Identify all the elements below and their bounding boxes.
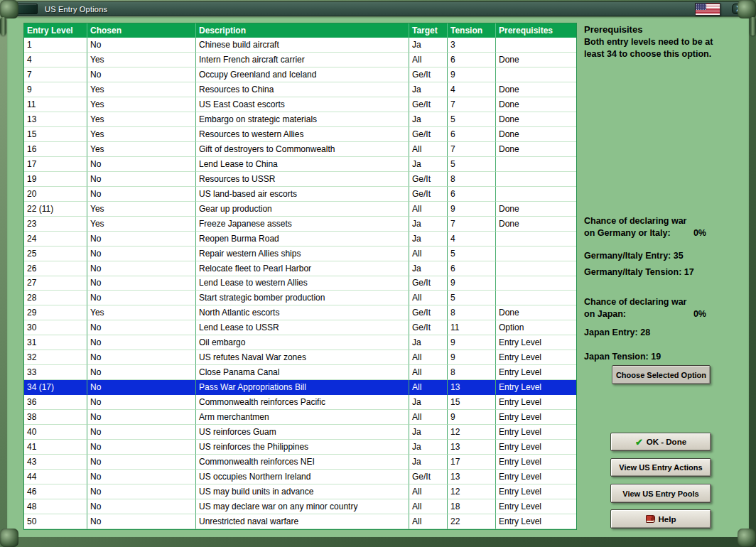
table-cell: 11 (448, 320, 496, 335)
table-row[interactable]: 40NoUS reinforces GuamJa12Entry Level (24, 425, 576, 440)
table-cell: Ja (409, 335, 448, 350)
table-cell: 17 (448, 455, 496, 470)
table-cell: Ja (409, 425, 448, 440)
choose-selected-option-label: Choose Selected Option (616, 371, 706, 379)
table-cell: 6 (448, 127, 496, 142)
table-cell: No (87, 410, 196, 425)
table-cell: US East Coast escorts (196, 97, 409, 112)
table-row[interactable]: 41NoUS reinforces the PhilippinesJa13Ent… (24, 440, 576, 455)
table-cell: All (409, 350, 448, 365)
table-row[interactable]: 16YesGift of destroyers to CommonwealthA… (24, 142, 576, 157)
table-cell: 8 (448, 305, 496, 320)
table-row[interactable]: 44NoUS occupies Northern IrelandGe/It13E… (24, 470, 576, 484)
frame-corner-top-right (738, 0, 756, 18)
table-row[interactable]: 30NoLend Lease to USSRGe/It11Option (24, 320, 576, 335)
table-cell: 23 (24, 217, 87, 232)
japan-chance-value: 0% (693, 308, 706, 320)
window-title: US Entry Options (45, 5, 107, 13)
table-cell: No (87, 335, 196, 350)
table-row[interactable]: 33NoClose Panama CanalAll8Entry Level (24, 365, 576, 380)
table-cell: 13 (24, 112, 87, 127)
table-cell: Relocate fleet to Pearl Harbor (196, 261, 409, 276)
table-row[interactable]: 9YesResources to ChinaJa4Done (24, 82, 576, 97)
table-cell: 6 (448, 261, 496, 276)
table-cell: Resources to western Allies (196, 127, 409, 142)
table-row[interactable]: 43NoCommonwealth reinforces NEIJa17Entry… (24, 455, 576, 470)
table-cell: Intern French aircraft carrier (196, 53, 409, 67)
table-cell (496, 291, 576, 305)
table-row[interactable]: 48NoUS may declare war on any minor coun… (24, 499, 576, 514)
table-cell: Ge/It (409, 305, 448, 320)
view-us-entry-pools-button[interactable]: View US Entry Pools (610, 484, 711, 503)
table-row[interactable]: 29YesNorth Atlantic escortsGe/It8Done (24, 305, 576, 320)
table-row[interactable]: 13YesEmbargo on strategic materialsJa5Do… (24, 112, 576, 127)
table-cell: Entry Level (496, 410, 576, 425)
table-cell: 6 (448, 53, 496, 67)
table-cell: 34 (17) (24, 380, 87, 395)
table-row[interactable]: 38NoArm merchantmenAll9Entry Level (24, 410, 576, 425)
table-row[interactable]: 15YesResources to western AlliesGe/It6Do… (24, 127, 576, 142)
help-button[interactable]: Help (610, 509, 711, 529)
table-row[interactable]: 34 (17)NoPass War Appropriations BillAll… (24, 380, 576, 395)
table-cell: No (87, 395, 196, 410)
table-cell: Yes (87, 97, 196, 112)
table-row[interactable]: 19NoResources to USSRGe/It8 (24, 172, 576, 187)
table-cell: Entry Level (496, 470, 576, 484)
table-cell: Ja (409, 455, 448, 470)
table-row[interactable]: 25NoRepair western Allies shipsAll5 (24, 247, 576, 261)
table-row[interactable]: 1NoChinese build aircraftJa3 (24, 38, 576, 53)
view-us-entry-actions-button[interactable]: View US Entry Actions (610, 458, 711, 477)
table-cell: Done (496, 97, 576, 112)
table-row[interactable]: 26NoRelocate fleet to Pearl HarborJa6 (24, 261, 576, 276)
table-row[interactable]: 4YesIntern French aircraft carrierAll6Do… (24, 53, 576, 67)
table-row[interactable]: 32NoUS refutes Naval War zonesAll9Entry … (24, 350, 576, 365)
table-cell: Chinese build aircraft (196, 38, 409, 53)
table-row[interactable]: 7NoOccupy Greenland and IcelandGe/It9 (24, 67, 576, 82)
table-cell: No (87, 440, 196, 455)
table-row[interactable]: 46NoUS may build units in advanceAll12En… (24, 484, 576, 499)
table-cell: Ja (409, 157, 448, 172)
table-row[interactable]: 28NoStart strategic bomber productionAll… (24, 291, 576, 305)
table-cell: Resources to USSR (196, 172, 409, 187)
table-row[interactable]: 36NoCommonwealth reinforces PacificJa15E… (24, 395, 576, 410)
table-cell: Freeze Japanese assets (196, 217, 409, 232)
table-cell: No (87, 291, 196, 305)
table-row[interactable]: 23YesFreeze Japanese assetsJa7Done (24, 217, 576, 232)
table-row[interactable]: 24NoReopen Burma RoadJa4 (24, 232, 576, 247)
table-row[interactable]: 27NoLend Lease to western AlliesGe/It9 (24, 276, 576, 291)
help-label: Help (659, 515, 676, 524)
table-cell: 5 (448, 157, 496, 172)
table-cell: Reopen Burma Road (196, 232, 409, 247)
table-cell: 3 (448, 38, 496, 53)
table-cell: 27 (24, 276, 87, 291)
table-row[interactable]: 11YesUS East Coast escortsGe/It7Done (24, 97, 576, 112)
table-cell: 5 (448, 247, 496, 261)
table-row[interactable]: 31NoOil embargoJa9Entry Level (24, 335, 576, 350)
table-cell: 16 (24, 142, 87, 157)
table-cell: Entry Level (496, 365, 576, 380)
table-cell: Unrestricted naval warfare (196, 514, 409, 529)
table-cell: Ja (409, 217, 448, 232)
table-cell: 7 (448, 217, 496, 232)
table-cell (496, 261, 576, 276)
table-cell: Ja (409, 38, 448, 53)
frame-corner-bottom-right (738, 529, 756, 547)
ok-done-button[interactable]: ✔ OK - Done (610, 433, 711, 451)
table-row[interactable]: 50NoUnrestricted naval warfareAll22Entry… (24, 514, 576, 529)
table-cell: Done (496, 202, 576, 217)
table-cell: 7 (24, 67, 87, 82)
dialog-content: Entry LevelChosenDescriptionTargetTensio… (7, 17, 749, 537)
table-row[interactable]: 22 (11)YesGear up productionAll9Done (24, 202, 576, 217)
germany-chance-line2: on Germany or Italy: (584, 227, 671, 239)
table-cell: Embargo on strategic materials (196, 112, 409, 127)
germany-entry-stat: Germany/Italy Entry: 35 (584, 250, 684, 262)
germany-chance-value: 0% (693, 227, 706, 239)
table-row[interactable]: 17NoLend Lease to ChinaJa5 (24, 157, 576, 172)
table-cell: Lend Lease to USSR (196, 320, 409, 335)
table-cell: Yes (87, 53, 196, 67)
table-cell: US refutes Naval War zones (196, 350, 409, 365)
choose-selected-option-button[interactable]: Choose Selected Option (612, 365, 711, 384)
table-cell: Ge/It (409, 67, 448, 82)
table-row[interactable]: 20NoUS land-based air escortsGe/It6 (24, 187, 576, 202)
table-cell: No (87, 470, 196, 484)
